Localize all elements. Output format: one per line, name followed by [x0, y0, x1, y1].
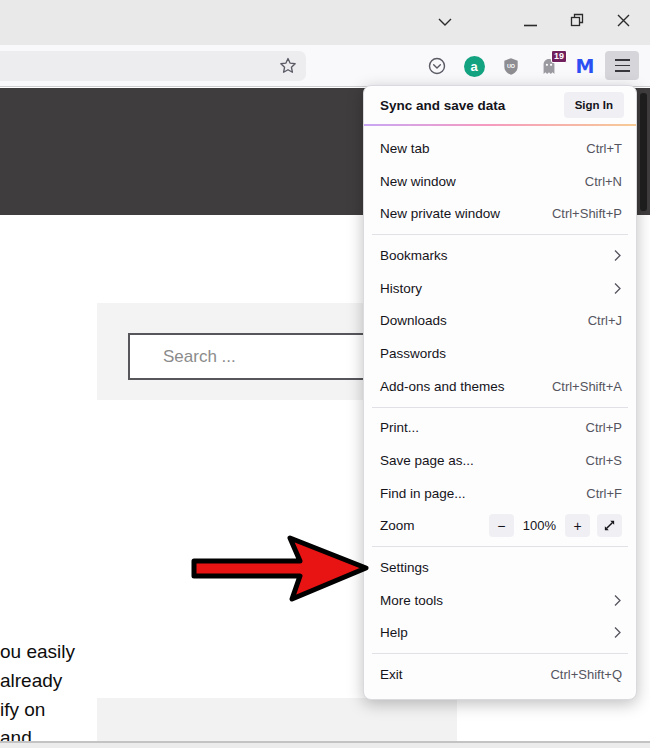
chevron-right-icon: [614, 282, 622, 295]
menu-item-save-page-as[interactable]: Save page as... Ctrl+S: [364, 444, 636, 477]
menu-separator: [372, 407, 628, 408]
menu-item-new-tab[interactable]: New tab Ctrl+T: [364, 132, 636, 165]
menu-item-bookmarks[interactable]: Bookmarks: [364, 239, 636, 272]
green-a-extension-icon[interactable]: a: [462, 54, 486, 78]
menu-separator: [372, 234, 628, 235]
menu-item-passwords[interactable]: Passwords: [364, 337, 636, 370]
site-nav-reviews[interactable]: REVIEWS: [217, 234, 291, 252]
sync-header: Sync and save data Sign In: [364, 86, 636, 124]
ghostery-badge: 19: [551, 50, 567, 63]
zoom-out-button[interactable]: −: [489, 514, 514, 537]
menu-separator: [372, 546, 628, 547]
menu-item-more-tools[interactable]: More tools: [364, 584, 636, 617]
zoom-in-button[interactable]: +: [565, 514, 590, 537]
sign-in-button[interactable]: Sign In: [564, 92, 624, 118]
page-text-line: ou easily: [0, 641, 75, 663]
hamburger-menu-button[interactable]: [605, 51, 639, 80]
close-icon: [617, 13, 630, 31]
close-button[interactable]: [606, 8, 640, 36]
svg-text:UO: UO: [507, 63, 515, 69]
minimize-icon: [524, 13, 537, 31]
page-scrollbar-thumb[interactable]: [640, 93, 647, 211]
page-bottom-strip: [0, 743, 650, 748]
menu-item-help[interactable]: Help: [364, 617, 636, 650]
tab-list-chevron-button[interactable]: [428, 8, 462, 36]
address-bar[interactable]: [0, 51, 306, 81]
sync-title: Sync and save data: [380, 98, 505, 113]
menu-item-exit[interactable]: Exit Ctrl+Shift+Q: [364, 658, 636, 691]
minimize-button[interactable]: [513, 8, 547, 36]
site-nav-programs[interactable]: PROGRAMS: [96, 234, 190, 252]
menu-item-zoom: Zoom − 100% +: [364, 510, 636, 543]
malwarebytes-icon[interactable]: M: [573, 54, 597, 78]
page-text-line: already: [0, 670, 62, 692]
chevron-down-icon: [438, 13, 452, 31]
menu-item-new-private-window[interactable]: New private window Ctrl+Shift+P: [364, 197, 636, 230]
chevron-right-icon: [614, 626, 622, 639]
restore-icon: [570, 13, 584, 31]
site-search-input[interactable]: [128, 333, 396, 380]
site-nav-categories[interactable]: EGORIES: [0, 234, 73, 252]
restore-button[interactable]: [560, 8, 594, 36]
menu-item-addons-themes[interactable]: Add-ons and themes Ctrl+Shift+A: [364, 370, 636, 403]
browser-toolbar: a UO 19 M: [0, 45, 650, 87]
menu-item-history[interactable]: History: [364, 272, 636, 305]
pocket-icon[interactable]: [425, 54, 449, 78]
fullscreen-button[interactable]: [597, 514, 622, 537]
ublock-shield-icon[interactable]: UO: [499, 54, 523, 78]
hamburger-icon: [615, 59, 630, 71]
sidebar-panel-bottom: [97, 698, 457, 742]
menu-item-settings[interactable]: Settings: [364, 551, 636, 584]
red-annotation-arrow: [185, 528, 380, 608]
site-nav-devices[interactable]: DEVIC: [320, 234, 369, 252]
chevron-right-icon: [614, 594, 622, 607]
firefox-app-menu: Sync and save data Sign In New tab Ctrl+…: [363, 85, 637, 700]
menu-body: New tab Ctrl+T New window Ctrl+N New pri…: [364, 126, 636, 691]
bookmark-star-icon[interactable]: [278, 56, 298, 76]
page-text-line: ify on: [0, 699, 45, 721]
menu-item-downloads[interactable]: Downloads Ctrl+J: [364, 304, 636, 337]
menu-item-new-window[interactable]: New window Ctrl+N: [364, 165, 636, 198]
menu-item-find-in-page[interactable]: Find in page... Ctrl+F: [364, 477, 636, 510]
zoom-level: 100%: [521, 518, 558, 533]
ghostery-icon[interactable]: 19: [537, 54, 561, 78]
menu-item-print[interactable]: Print... Ctrl+P: [364, 412, 636, 445]
chevron-right-icon: [614, 249, 622, 262]
window-titlebar: [0, 0, 650, 45]
menu-separator: [372, 653, 628, 654]
